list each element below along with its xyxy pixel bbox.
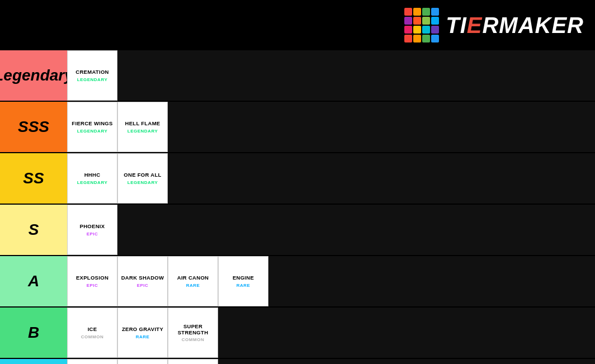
item-rarity: COMMON (182, 337, 204, 342)
tier-row: SPHOENIXEPIC (0, 205, 595, 256)
logo-text-span: E (467, 13, 483, 37)
tier-row: BICECOMMONZERO GRAVITYRARESUPER STRENGTH… (0, 308, 595, 359)
tiermaker-logo-text: TiERMAKER (446, 13, 584, 38)
logo-cell (413, 8, 421, 16)
item-name: HELL FLAME (125, 120, 160, 126)
logo-grid-icon (404, 8, 439, 42)
tier-items-area: HHHCLEGENDARYONE FOR ALLLEGENDARY (67, 153, 595, 204)
tier-empty-space (268, 256, 595, 306)
logo-cell (404, 26, 412, 34)
item-rarity: LEGENDARY (77, 77, 107, 82)
tier-row: LegendaryCREMATIONLEGENDARY (0, 50, 595, 102)
tier-empty-space (218, 308, 595, 358)
tier-item[interactable]: ENGINERARE (218, 256, 268, 306)
item-name: HHHC (84, 172, 101, 178)
item-name: ONE FOR ALL (124, 172, 161, 178)
tier-item[interactable]: ONE FOR ALLLEGENDARY (117, 153, 168, 204)
tier-item[interactable]: FIERCE WINGSLEGENDARY (67, 102, 117, 152)
header: TiERMAKER (0, 0, 595, 50)
item-name: ENGINE (233, 275, 254, 281)
tier-items-area: PHOENIXEPIC (67, 205, 595, 255)
tier-item[interactable]: ZERO GRAVITYRARE (117, 308, 168, 358)
tier-item[interactable]: HELL FLAMELEGENDARY (117, 102, 168, 152)
logo-cell (404, 8, 412, 16)
item-rarity: LEGENDARY (128, 129, 158, 134)
tier-row: CSHOCK ABSORBCOMMONINVISIBILITYCOMMONSUP… (0, 359, 595, 364)
tier-item[interactable]: CREMATIONLEGENDARY (67, 50, 117, 101)
item-rarity: LEGENDARY (77, 180, 107, 185)
item-name: AIR CANON (177, 275, 209, 281)
tier-items-area: SHOCK ABSORBCOMMONINVISIBILITYCOMMONSUPE… (67, 359, 595, 364)
tier-item[interactable]: HHHCLEGENDARY (67, 153, 117, 204)
tier-label: SS (0, 153, 67, 204)
item-name: PHOENIX (80, 223, 105, 229)
item-name: ICE (88, 326, 97, 332)
item-rarity: EPIC (137, 283, 149, 288)
tier-item[interactable]: SUPER REGENCOMMON (168, 359, 218, 364)
logo-text-span: RMAKER (482, 13, 584, 37)
tier-item[interactable]: SUPER STRENGTHCOMMON (168, 308, 218, 358)
tier-empty-space (117, 50, 595, 101)
tier-items-area: CREMATIONLEGENDARY (67, 50, 595, 101)
item-rarity: EPIC (87, 231, 98, 237)
tier-label: A (0, 256, 67, 306)
logo-cell (404, 35, 412, 42)
tiermaker-logo: TiERMAKER (404, 8, 584, 42)
item-rarity: RARE (136, 334, 150, 339)
tier-item[interactable]: EXPLOSIONEPIC (67, 256, 117, 306)
logo-cell (413, 17, 421, 25)
tier-row: SSHHHCLEGENDARYONE FOR ALLLEGENDARY (0, 153, 595, 205)
tier-item[interactable]: ICECOMMON (67, 308, 117, 358)
item-rarity: RARE (186, 283, 200, 288)
logo-cell (422, 26, 430, 34)
item-rarity: LEGENDARY (77, 129, 107, 134)
tier-row: SSSFIERCE WINGSLEGENDARYHELL FLAMELEGEND… (0, 102, 595, 153)
logo-cell (413, 35, 421, 42)
tier-items-area: ICECOMMONZERO GRAVITYRARESUPER STRENGTHC… (67, 308, 595, 358)
tier-empty-space (218, 359, 595, 364)
logo-cell (422, 17, 430, 25)
logo-cell (422, 35, 430, 42)
tier-item[interactable]: INVISIBILITYCOMMON (117, 359, 168, 364)
item-rarity: LEGENDARY (128, 180, 158, 185)
item-name: ZERO GRAVITY (122, 326, 163, 332)
tier-item[interactable]: DARK SHADOWEPIC (117, 256, 168, 306)
tier-row: AEXPLOSIONEPICDARK SHADOWEPICAIR CANONRA… (0, 256, 595, 308)
logo-cell (431, 35, 439, 42)
tier-label: C (0, 359, 67, 364)
item-rarity: EPIC (87, 283, 98, 288)
logo-text-span: Ti (446, 13, 467, 37)
item-name: DARK SHADOW (121, 275, 164, 281)
tier-label: Legendary (0, 50, 67, 101)
item-name: FIERCE WINGS (72, 120, 112, 126)
tier-item[interactable]: AIR CANONRARE (168, 256, 218, 306)
item-rarity: COMMON (81, 334, 103, 339)
logo-cell (413, 26, 421, 34)
item-name: CREMATION (75, 69, 109, 75)
tier-empty-space (168, 102, 595, 152)
item-name: SUPER STRENGTH (171, 323, 215, 336)
tier-items-area: EXPLOSIONEPICDARK SHADOWEPICAIR CANONRAR… (67, 256, 595, 306)
tier-items-area: FIERCE WINGSLEGENDARYHELL FLAMELEGENDARY (67, 102, 595, 152)
tier-empty-space (117, 205, 595, 255)
logo-cell (431, 8, 439, 16)
tier-label: SSS (0, 102, 67, 152)
tier-item[interactable]: SHOCK ABSORBCOMMON (67, 359, 117, 364)
tier-label: S (0, 205, 67, 255)
item-rarity: RARE (237, 283, 251, 288)
tier-item[interactable]: PHOENIXEPIC (67, 205, 117, 255)
tier-label: B (0, 308, 67, 358)
tier-container: LegendaryCREMATIONLEGENDARYSSSFIERCE WIN… (0, 50, 595, 364)
logo-cell (431, 26, 439, 34)
tier-empty-space (168, 153, 595, 204)
item-name: EXPLOSION (76, 275, 108, 281)
logo-cell (404, 17, 412, 25)
logo-cell (431, 17, 439, 25)
logo-cell (422, 8, 430, 16)
